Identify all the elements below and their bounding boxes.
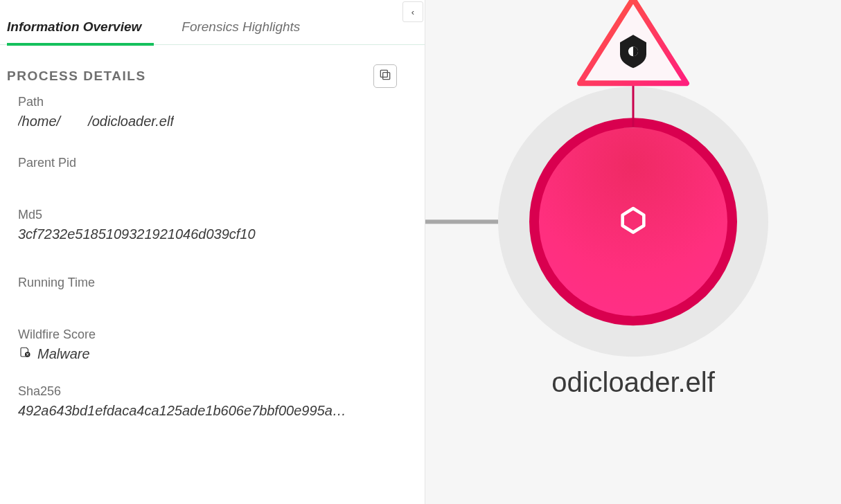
field-label: Parent Pid [18,156,407,170]
field-value: /home/ /odicloader.elf [18,114,174,129]
field-running-time: Running Time [18,276,407,294]
process-hexagon-icon [617,204,649,239]
field-value: Malware [18,346,351,362]
details-panel: ‹ Information Overview Forensics Highlig… [0,0,425,504]
tab-label: Forensics Highlights [182,19,300,34]
svg-rect-1 [380,70,387,77]
tabs: Information Overview Forensics Highlight… [0,0,425,45]
process-details-fields: Path /home/ /odicloader.elf Parent Pid M… [7,88,418,419]
field-label: Sha256 [18,384,407,399]
graph-edge-top [632,84,635,127]
path-suffix: /odicloader.elf [88,114,174,129]
tab-label: Information Overview [7,19,141,34]
field-label: Running Time [18,276,407,290]
alert-indicator[interactable] [574,0,692,90]
panel-body: PROCESS DETAILS Path /home/ [0,45,425,504]
svg-marker-3 [623,208,644,233]
process-node-label: odicloader.elf [551,367,715,398]
malware-icon [18,346,32,362]
process-node[interactable] [529,118,737,325]
graph-edge-left [425,219,498,224]
graph-canvas: odicloader.elf [425,0,841,474]
copy-icon [378,68,392,84]
field-parent-pid: Parent Pid [18,156,407,174]
field-label: Md5 [18,208,407,222]
field-wildfire-score: Wildfire Score Malware [18,327,407,362]
field-sha256: Sha256 492a643bd1efdaca4ca125ade1b606e7b… [18,384,407,419]
field-label: Wildfire Score [18,327,407,342]
svg-rect-0 [383,73,390,80]
path-redacted-gap [63,114,85,129]
causality-graph[interactable]: odicloader.elf [425,0,841,504]
section-title: PROCESS DETAILS [7,69,146,84]
field-value: 3cf7232e5185109321921046d039cf10 [18,226,351,242]
tab-information-overview[interactable]: Information Overview [7,6,154,44]
tab-forensics-highlights[interactable]: Forensics Highlights [182,6,312,44]
wildfire-verdict: Malware [37,346,90,362]
field-path: Path /home/ /odicloader.elf [18,95,407,129]
copy-details-button[interactable] [373,64,397,88]
field-value: 492a643bd1efdaca4ca125ade1b606e7bbf00e99… [18,403,351,419]
field-label: Path [18,95,407,109]
field-md5: Md5 3cf7232e5185109321921046d039cf10 [18,208,407,242]
path-prefix: /home/ [18,114,60,129]
